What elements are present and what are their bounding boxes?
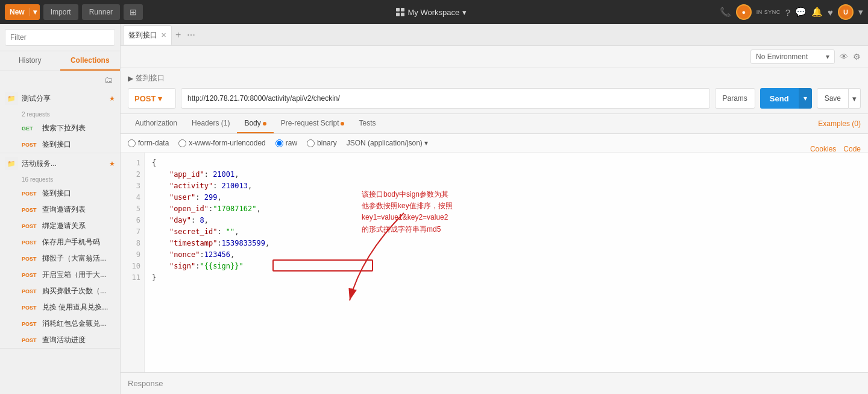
list-item[interactable]: POST 保存用户手机号码 — [0, 234, 120, 250]
new-folder-button[interactable]: 🗂 — [102, 74, 115, 86]
tab-body[interactable]: Body — [237, 114, 273, 133]
json-type-select[interactable]: JSON (application/json) ▾ — [347, 139, 428, 147]
env-eye-button[interactable]: 👁 — [840, 52, 848, 62]
nav-right: 📞 ● IN SYNC ? 💬 🔔 ♥ U ▾ — [720, 4, 863, 20]
tab-close[interactable]: ✕ — [161, 31, 166, 39]
tab-more-button[interactable]: ⋯ — [184, 30, 198, 40]
url-encoded-option[interactable]: x-www-form-urlencoded — [178, 139, 265, 147]
binary-label: binary — [317, 139, 337, 147]
pre-request-label: Pre-request Script — [281, 119, 339, 127]
collection-icon-1: 📁 — [5, 92, 18, 105]
list-item[interactable]: POST 签到接口 — [0, 185, 120, 202]
list-item[interactable]: POST 绑定邀请关系 — [0, 218, 120, 234]
code-link[interactable]: Code — [843, 145, 861, 153]
raw-label: raw — [286, 139, 297, 147]
user-avatar[interactable]: U — [838, 4, 854, 20]
request-name: 保存用户手机号码 — [42, 237, 100, 247]
sidebar-toolbar: 🗂 — [0, 71, 120, 88]
environment-select[interactable]: No Environment ▾ — [750, 49, 835, 64]
tab-add-button[interactable]: + — [172, 30, 184, 40]
form-data-radio[interactable] — [128, 139, 136, 147]
collection-group-1: 📁 测试分享 ★ 2 requests GET 搜索下拉列表 POST 签到接口 — [0, 88, 120, 153]
raw-radio[interactable] — [275, 139, 283, 147]
capture-button[interactable]: ⊞ — [124, 4, 143, 20]
request-name: 兑换 使用道具兑换... — [42, 302, 108, 313]
comments-icon[interactable]: 💬 — [795, 7, 807, 17]
sidebar-tabs: History Collections — [0, 51, 120, 71]
params-button[interactable]: Params — [715, 88, 755, 109]
tab-body-label: Body — [244, 119, 260, 127]
list-item[interactable]: POST 掷骰子（大富翁活... — [0, 250, 120, 267]
code-editor: 12345 67891011 { "app_id": 21001, "activ… — [121, 153, 868, 372]
url-input[interactable] — [181, 88, 710, 109]
request-name: 绑定邀请关系 — [42, 221, 86, 231]
method-select[interactable]: POST ▾ — [128, 88, 176, 109]
heart-icon[interactable]: ♥ — [828, 7, 833, 17]
collection-header-1[interactable]: 📁 测试分享 ★ — [0, 88, 120, 109]
sidebar-content: 📁 测试分享 ★ 2 requests GET 搜索下拉列表 POST 签到接口… — [0, 88, 120, 394]
collection-header-2[interactable]: 📁 活动服务... ★ — [0, 153, 120, 174]
json-type-label: JSON (application/json) — [347, 139, 423, 147]
raw-option[interactable]: raw — [275, 139, 297, 147]
nav-center: My Workspace ▾ — [146, 8, 716, 17]
request-tab-active[interactable]: 签到接口 ✕ — [123, 25, 172, 45]
tab-pre-request[interactable]: Pre-request Script — [274, 114, 352, 133]
workspace-icon — [396, 8, 404, 16]
phone-icon[interactable]: 📞 — [720, 7, 731, 17]
send-button[interactable]: Send — [760, 88, 799, 109]
request-section: ▶ 签到接口 POST ▾ Params Send ▾ Save ▾ — [121, 68, 868, 114]
new-button-main[interactable]: New — [5, 8, 30, 16]
response-section: Response — [121, 372, 868, 394]
request-item-get-1[interactable]: GET 搜索下拉列表 — [0, 120, 120, 136]
request-item-post-1[interactable]: POST 签到接口 — [0, 136, 120, 153]
request-name: 签到接口 — [42, 188, 71, 199]
request-name-post-1: 签到接口 — [42, 139, 71, 150]
tab-headers[interactable]: Headers (1) — [184, 114, 237, 133]
form-data-label: form-data — [138, 139, 169, 147]
tab-authorization[interactable]: Authorization — [128, 114, 184, 133]
send-arrow-button[interactable]: ▾ — [799, 88, 812, 109]
import-button[interactable]: Import — [43, 4, 78, 20]
search-input[interactable] — [5, 29, 115, 46]
collection-group-2: 📁 活动服务... ★ 16 requests POST 签到接口 POST 查… — [0, 153, 120, 349]
url-encoded-radio[interactable] — [178, 139, 186, 147]
request-name: 消耗红包总金额兑... — [42, 319, 106, 329]
method-post: POST — [22, 240, 39, 246]
collection-name-2: 活动服务... — [22, 159, 105, 169]
collection-name-1: 测试分享 — [22, 94, 105, 104]
collection-star-1[interactable]: ★ — [109, 95, 115, 103]
help-icon[interactable]: ? — [785, 7, 790, 17]
tab-history[interactable]: History — [0, 51, 60, 71]
user-chevron[interactable]: ▾ — [858, 7, 863, 17]
code-content[interactable]: { "app_id": 21001, "activity": 210013, "… — [145, 153, 868, 372]
pre-request-dot — [341, 122, 344, 126]
binary-radio[interactable] — [307, 139, 315, 147]
avatar[interactable]: ● — [736, 4, 752, 20]
tab-tests[interactable]: Tests — [351, 114, 383, 133]
binary-option[interactable]: binary — [307, 139, 337, 147]
workspace-button[interactable]: My Workspace ▾ — [408, 8, 467, 17]
save-button[interactable]: Save — [817, 88, 849, 109]
list-item[interactable]: POST 查询邀请列表 — [0, 202, 120, 218]
new-button[interactable]: New ▾ — [5, 4, 40, 20]
cookies-link[interactable]: Cookies — [810, 145, 836, 153]
form-data-option[interactable]: form-data — [128, 139, 169, 147]
runner-button[interactable]: Runner — [82, 4, 120, 20]
tab-bar: 签到接口 ✕ + ⋯ — [121, 24, 868, 46]
env-settings-button[interactable]: ⚙ — [853, 52, 861, 62]
save-arrow-button[interactable]: ▾ — [849, 88, 861, 109]
tab-collections[interactable]: Collections — [60, 51, 121, 71]
method-post: POST — [22, 223, 39, 229]
url-encoded-label: x-www-form-urlencoded — [189, 139, 265, 147]
list-item[interactable]: POST 兑换 使用道具兑换... — [0, 299, 120, 316]
new-button-arrow[interactable]: ▾ — [30, 8, 40, 16]
list-item[interactable]: POST 购买掷骰子次数（... — [0, 283, 120, 299]
list-item[interactable]: POST 查询活动进度 — [0, 332, 120, 348]
content-area: 签到接口 ✕ + ⋯ No Environment ▾ 👁 ⚙ ▶ 签到接口 P… — [121, 24, 868, 394]
collection-star-2[interactable]: ★ — [109, 160, 115, 168]
main-layout: History Collections 🗂 📁 测试分享 ★ 2 request… — [0, 24, 868, 394]
bell-icon[interactable]: 🔔 — [811, 7, 823, 17]
list-item[interactable]: POST 开启宝箱（用于大... — [0, 267, 120, 283]
examples-link[interactable]: Examples (0) — [818, 119, 861, 128]
list-item[interactable]: POST 消耗红包总金额兑... — [0, 316, 120, 332]
